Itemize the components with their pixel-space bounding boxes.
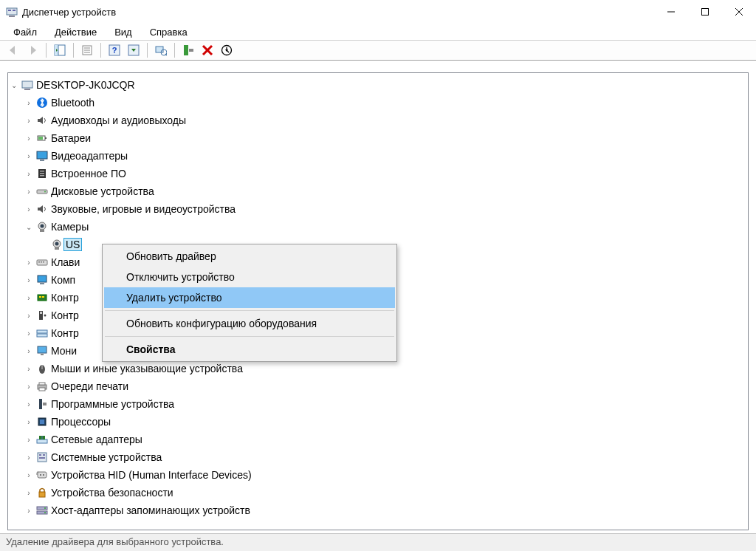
svg-rect-59 bbox=[37, 334, 47, 337]
tree-item-label: Контр bbox=[51, 327, 79, 339]
chevron-down-icon[interactable]: ⌄ bbox=[8, 79, 20, 91]
svg-rect-32 bbox=[37, 151, 47, 159]
tree-item[interactable]: ›Bluetooth bbox=[8, 94, 748, 112]
menu-file[interactable]: Файл bbox=[4, 25, 46, 39]
chevron-icon[interactable]: › bbox=[23, 132, 35, 144]
context-menu-separator bbox=[105, 310, 394, 311]
chevron-icon[interactable]: › bbox=[23, 487, 35, 499]
close-button[interactable] bbox=[722, 0, 756, 24]
chevron-icon[interactable]: › bbox=[23, 185, 35, 197]
chevron-icon[interactable]: › bbox=[23, 345, 35, 357]
tree-item[interactable]: ›Хост-адаптеры запоминающих устройств bbox=[8, 502, 748, 519]
properties-button[interactable] bbox=[78, 41, 96, 59]
chevron-icon[interactable]: › bbox=[23, 168, 35, 179]
disable-device-button[interactable] bbox=[218, 41, 236, 59]
context-menu-item[interactable]: Свойства bbox=[104, 339, 395, 360]
menu-help[interactable]: Справка bbox=[141, 25, 196, 39]
chevron-icon[interactable]: › bbox=[23, 469, 35, 481]
tree-item[interactable]: ›Очереди печати bbox=[8, 377, 748, 395]
tree-item[interactable]: ›Системные устройства bbox=[8, 448, 748, 466]
chevron-icon[interactable]: › bbox=[23, 274, 35, 286]
chevron-icon[interactable]: › bbox=[23, 416, 35, 428]
context-menu-item[interactable]: Обновить драйвер bbox=[104, 246, 395, 267]
tree-item-label: Звуковые, игровые и видеоустройства bbox=[51, 203, 236, 215]
svg-rect-0 bbox=[7, 8, 17, 15]
chevron-icon[interactable]: › bbox=[23, 451, 35, 463]
help-button[interactable]: ? bbox=[106, 41, 123, 59]
uninstall-device-button[interactable] bbox=[199, 41, 216, 59]
tree-item[interactable]: ›Батареи bbox=[8, 129, 748, 147]
action-button[interactable] bbox=[125, 41, 142, 59]
forward-button[interactable] bbox=[24, 41, 41, 59]
tree-item[interactable]: ›Устройства HID (Human Interface Devices… bbox=[8, 466, 748, 484]
camera-icon bbox=[36, 221, 48, 233]
tree-item[interactable]: ›Устройства безопасности bbox=[8, 484, 748, 502]
tree-item[interactable]: ›Дисковые устройства bbox=[8, 182, 748, 200]
toolbar-sep bbox=[100, 43, 101, 58]
context-menu-item[interactable]: Удалить устройство bbox=[104, 287, 395, 308]
chevron-icon[interactable]: › bbox=[23, 114, 35, 126]
chevron-icon[interactable]: ⌄ bbox=[23, 221, 35, 233]
scan-hardware-button[interactable] bbox=[152, 41, 170, 59]
svg-rect-45 bbox=[55, 247, 59, 250]
svg-rect-68 bbox=[43, 403, 47, 405]
audio-icon bbox=[36, 114, 48, 126]
keyboard-icon bbox=[36, 256, 48, 268]
window-title: Диспетчер устройств bbox=[22, 7, 654, 18]
maximize-button[interactable] bbox=[688, 0, 722, 24]
context-menu-item[interactable]: Обновить конфигурацию оборудования bbox=[104, 313, 395, 334]
chevron-icon[interactable]: › bbox=[23, 380, 35, 392]
security-icon bbox=[36, 487, 48, 499]
tree-item[interactable]: ›Программные устройства bbox=[8, 395, 748, 413]
update-driver-button[interactable] bbox=[179, 41, 197, 59]
chevron-icon[interactable]: › bbox=[23, 256, 35, 268]
chevron-icon[interactable]: › bbox=[23, 398, 35, 410]
tree-item[interactable]: ›Звуковые, игровые и видеоустройства bbox=[8, 200, 748, 218]
chevron-icon[interactable]: › bbox=[23, 309, 35, 321]
tree-item[interactable]: ›Видеоадаптеры bbox=[8, 147, 748, 165]
svg-rect-33 bbox=[40, 160, 44, 161]
svg-point-39 bbox=[44, 191, 46, 193]
svg-text:?: ? bbox=[112, 46, 117, 55]
tree-item[interactable]: ›Сетевые адаптеры bbox=[8, 431, 748, 448]
menu-action[interactable]: Действие bbox=[46, 25, 106, 39]
tree-root[interactable]: ⌄DESKTOP-JK0JCQR bbox=[8, 76, 748, 94]
context-menu-item[interactable]: Отключить устройство bbox=[104, 267, 395, 287]
svg-point-79 bbox=[40, 474, 41, 476]
tree-item[interactable]: ›Встроенное ПО bbox=[8, 165, 748, 182]
chevron-icon[interactable]: › bbox=[23, 150, 35, 162]
tree-item-label: Комп bbox=[51, 274, 75, 286]
back-button[interactable] bbox=[4, 41, 22, 59]
chevron-icon[interactable]: › bbox=[23, 363, 35, 374]
tree-item[interactable]: ⌄Камеры bbox=[8, 218, 748, 236]
cpu-icon bbox=[36, 416, 48, 428]
tree-item-label: Мони bbox=[51, 345, 77, 357]
tree-item[interactable]: ›Аудиовходы и аудиовыходы bbox=[8, 112, 748, 129]
svg-point-57 bbox=[44, 315, 47, 317]
svg-point-84 bbox=[44, 507, 46, 509]
svg-rect-53 bbox=[39, 296, 41, 298]
chevron-icon[interactable]: › bbox=[23, 434, 35, 445]
chevron-icon[interactable]: › bbox=[23, 292, 35, 304]
chevron-icon[interactable]: › bbox=[23, 97, 35, 109]
app-icon bbox=[6, 6, 18, 18]
toolbar: ? bbox=[0, 40, 756, 61]
chevron-icon[interactable]: › bbox=[23, 203, 35, 215]
firmware-icon bbox=[36, 168, 48, 179]
svg-rect-26 bbox=[22, 81, 32, 88]
menu-view[interactable]: Вид bbox=[106, 25, 141, 39]
svg-point-85 bbox=[44, 512, 46, 513]
svg-rect-31 bbox=[38, 137, 43, 140]
show-hide-tree-button[interactable] bbox=[51, 41, 69, 59]
minimize-button[interactable] bbox=[654, 0, 688, 24]
tree-item[interactable]: ›Мыши и иные указывающие устройства bbox=[8, 360, 748, 377]
host-storage-icon bbox=[36, 504, 48, 516]
camera-icon bbox=[51, 239, 63, 250]
chevron-icon[interactable]: › bbox=[23, 504, 35, 516]
monitor-icon bbox=[36, 345, 48, 357]
tree-item[interactable]: ›Процессоры bbox=[8, 413, 748, 431]
status-text: Удаление драйвера для выбранного устройс… bbox=[6, 536, 224, 547]
chevron-icon[interactable]: › bbox=[23, 327, 35, 339]
context-menu-separator bbox=[105, 336, 394, 337]
tree-item-label: Процессоры bbox=[51, 416, 111, 428]
